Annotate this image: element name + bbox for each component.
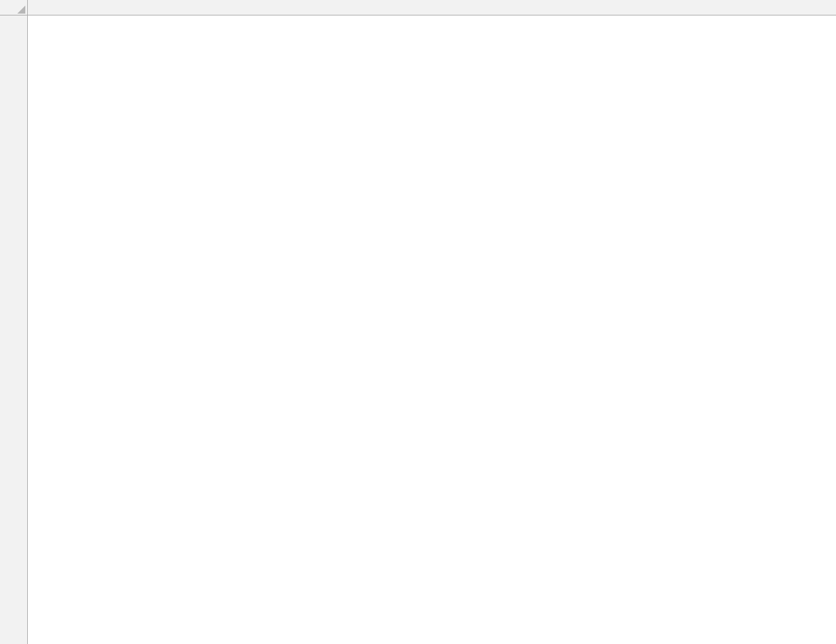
column-header-strip (28, 0, 836, 15)
excel-spreadsheet (0, 0, 836, 644)
select-all-triangle-icon (17, 6, 25, 14)
select-all-corner[interactable] (0, 0, 28, 15)
grid-canvas (28, 15, 836, 644)
row-header-strip (0, 15, 28, 644)
